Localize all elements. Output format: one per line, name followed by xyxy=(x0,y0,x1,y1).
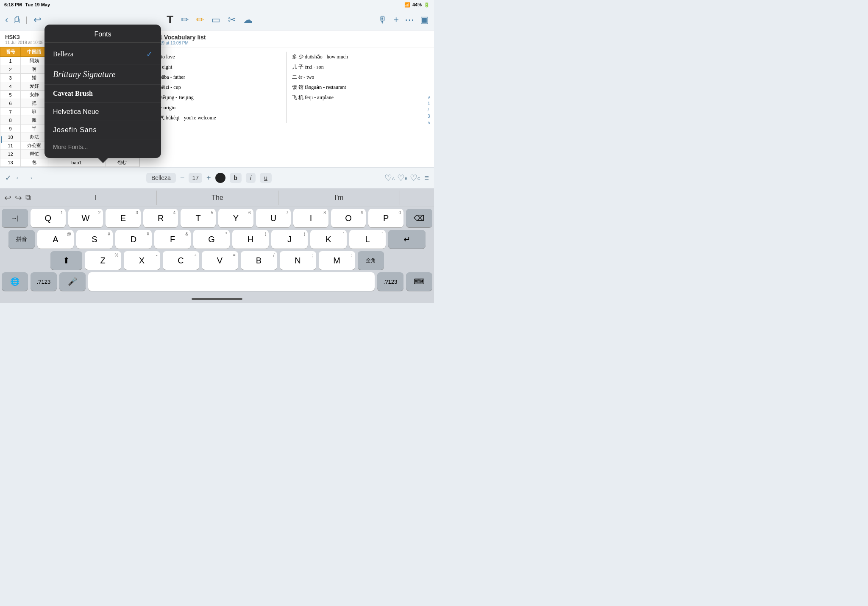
suggestion-im[interactable]: I'm xyxy=(278,191,400,205)
key-h[interactable]: (H xyxy=(232,230,269,249)
key-b[interactable]: /B xyxy=(241,251,277,270)
table-cell: 矮 xyxy=(21,74,48,82)
more-fonts-item[interactable]: More Fonts... xyxy=(45,139,161,156)
more-button[interactable]: ⋯ xyxy=(405,14,414,25)
key-m[interactable]: :M xyxy=(319,251,355,270)
key-y[interactable]: 6Y xyxy=(218,209,253,227)
format-bar-right: ♡A ♡B ♡C ≡ xyxy=(384,173,429,183)
text-tool[interactable]: T xyxy=(167,13,173,26)
underline-button[interactable]: u xyxy=(260,173,272,183)
quanjiao-key[interactable]: 全角 xyxy=(358,251,384,270)
check-format-icon[interactable]: ✓ xyxy=(5,173,11,183)
key-c[interactable]: +C xyxy=(163,251,199,270)
shift-key[interactable]: ⬆ xyxy=(50,251,82,270)
globe-icon: 🌐 xyxy=(10,277,19,286)
share-button[interactable]: ⎙ xyxy=(14,14,19,25)
font-item-label: Brittany Signature xyxy=(53,69,116,79)
suggestion-i[interactable]: I xyxy=(35,191,157,205)
back-button[interactable]: ‹ xyxy=(5,14,8,25)
delete-icon: ⌫ xyxy=(414,213,424,223)
key-f[interactable]: &F xyxy=(154,230,191,249)
suggestion-the[interactable]: The xyxy=(157,191,278,205)
font-item-brittany[interactable]: Brittany Signature xyxy=(45,64,161,85)
mic-keyboard-key[interactable]: 🎤 xyxy=(59,272,86,291)
redo-keyboard-icon[interactable]: ↪ xyxy=(15,193,22,203)
table-cell: 7 xyxy=(0,108,21,116)
vocab-item: 多 少 duōshǎo - how much xyxy=(292,52,422,62)
font-item-josefin[interactable]: Josefin Sans xyxy=(45,121,161,139)
key-v[interactable]: =V xyxy=(202,251,238,270)
layout-button[interactable]: ▣ xyxy=(420,14,429,25)
key-l[interactable]: "L xyxy=(349,230,386,249)
pinyin-key[interactable]: 拼音 xyxy=(8,230,35,249)
key-a[interactable]: @A xyxy=(37,230,74,249)
scroll-up-icon[interactable]: ∧ xyxy=(428,94,431,99)
scroll-down-icon[interactable]: ∨ xyxy=(428,120,431,125)
key-row-2: 拼音 @A #S ¥D &F *G (H )J 'K "L ↵ xyxy=(2,230,432,249)
delete-key[interactable]: ⌫ xyxy=(406,209,432,227)
scroll-indicator[interactable]: ∧ 1 / 3 ∨ xyxy=(428,94,431,125)
key-u[interactable]: 7U xyxy=(256,209,291,227)
key-z[interactable]: %Z xyxy=(85,251,121,270)
undo-keyboard-icon[interactable]: ↩ xyxy=(4,193,11,203)
table-cell: 9 xyxy=(0,125,21,133)
bold-button[interactable]: b xyxy=(230,173,242,183)
undo-button[interactable]: ↩ xyxy=(33,14,41,25)
eraser-tool[interactable]: ▭ xyxy=(211,14,220,25)
toolbar-left: ‹ ⎙ | ↩ xyxy=(5,14,41,25)
key-j[interactable]: )J xyxy=(271,230,308,249)
format-bar: ✓ ← → Belleza − 17 + b i u ♡A ♡B ♡C ≡ xyxy=(0,167,434,188)
fonts-dropdown: Fonts Belleza✓Brittany SignatureCaveat B… xyxy=(45,25,161,158)
scissors-tool[interactable]: ✂ xyxy=(228,14,236,25)
pencil-tool[interactable]: ✏ xyxy=(196,14,204,25)
font-name-selector[interactable]: Belleza xyxy=(146,173,176,183)
numswitch-key[interactable]: .?123 xyxy=(31,272,57,291)
key-i[interactable]: 8I xyxy=(293,209,328,227)
italic-button[interactable]: i xyxy=(246,173,256,183)
heart-b-icon[interactable]: ♡B xyxy=(397,173,407,183)
pen-tool[interactable]: ✏ xyxy=(181,14,189,25)
key-n[interactable]: ;N xyxy=(280,251,316,270)
return-key[interactable]: ↵ xyxy=(388,230,426,249)
lasso-tool[interactable]: ☁ xyxy=(243,14,253,25)
font-item-label: Belleza xyxy=(53,50,73,58)
key-t[interactable]: 5T xyxy=(181,209,216,227)
numalt-label: .?123 xyxy=(384,279,398,285)
font-item-helvetica[interactable]: Helvetica Neue xyxy=(45,103,161,121)
vocab-item: 本 běi - origin xyxy=(147,102,281,113)
tab-key[interactable]: →| xyxy=(2,209,28,227)
key-k[interactable]: 'K xyxy=(310,230,347,249)
paste-keyboard-icon[interactable]: ⧉ xyxy=(25,193,31,202)
numalt-key[interactable]: .?123 xyxy=(377,272,403,291)
key-q[interactable]: 1Q xyxy=(31,209,66,227)
list-format-icon[interactable]: ≡ xyxy=(424,174,429,183)
heart-a-icon[interactable]: ♡A xyxy=(384,173,395,183)
font-item-label: Helvetica Neue xyxy=(53,108,99,116)
font-size-minus[interactable]: − xyxy=(180,174,185,183)
heart-c-icon[interactable]: ♡C xyxy=(410,173,420,183)
table-cell: 包む xyxy=(105,158,139,167)
key-e[interactable]: 3E xyxy=(106,209,141,227)
emoji-key[interactable]: ⌨ xyxy=(406,272,432,291)
key-o[interactable]: 9O xyxy=(331,209,366,227)
key-x[interactable]: -X xyxy=(124,251,160,270)
font-selected-checkmark: ✓ xyxy=(146,50,153,59)
key-g[interactable]: *G xyxy=(193,230,230,249)
key-s[interactable]: #S xyxy=(76,230,113,249)
font-item-belleza[interactable]: Belleza✓ xyxy=(45,44,161,64)
globe-key[interactable]: 🌐 xyxy=(2,272,28,291)
key-r[interactable]: 4R xyxy=(143,209,178,227)
indent-icon[interactable]: → xyxy=(26,174,33,183)
mic-button[interactable]: 🎙 xyxy=(378,14,387,25)
font-item-caveat[interactable]: Caveat Brush xyxy=(45,85,161,103)
text-color-picker[interactable] xyxy=(215,173,225,183)
space-key[interactable] xyxy=(88,272,375,291)
font-size-plus[interactable]: + xyxy=(206,174,211,183)
outdent-icon[interactable]: ← xyxy=(15,174,22,183)
key-w[interactable]: 2W xyxy=(68,209,103,227)
add-button[interactable]: + xyxy=(393,14,399,25)
key-p[interactable]: 0P xyxy=(368,209,403,227)
key-d[interactable]: ¥D xyxy=(115,230,152,249)
table-cell: 啊 xyxy=(21,65,48,74)
key-row-3: ⬆ %Z -X +C =V /B ;N :M 全角 xyxy=(2,251,432,270)
